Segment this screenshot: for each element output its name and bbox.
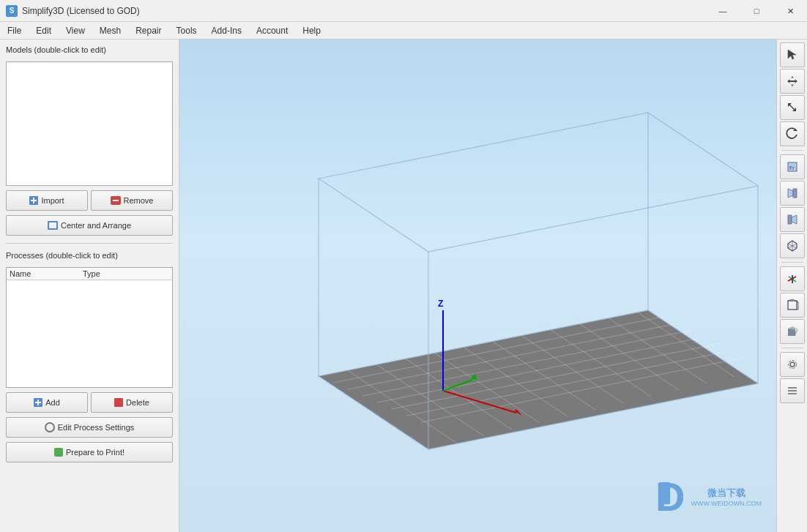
wireframe-icon [786,299,799,312]
right-toolbar: Fr [776,40,807,532]
toolbar-separator-1 [781,150,803,151]
toolbar-separator-2 [781,262,803,263]
arrange-icon [48,221,58,230]
view-front-button[interactable]: Fr [780,154,805,179]
view-persp2-icon [786,213,799,226]
rotate-icon [786,127,799,141]
close-button[interactable]: ✕ [773,0,807,22]
svg-text:Z: Z [438,299,443,309]
select-icon [786,48,799,61]
menu-bar: File Edit View Mesh Repair Tools Add-Ins… [0,22,807,40]
view-persp2-button[interactable] [780,207,805,232]
menu-repair[interactable]: Repair [128,22,168,39]
view-persp1-icon [786,187,799,200]
add-icon [34,398,42,407]
minimize-button[interactable]: — [706,0,740,22]
view-persp1-button[interactable] [780,181,805,206]
models-btn-row: Import Remove [6,190,173,211]
processes-list[interactable]: Name Type [6,267,173,388]
layers-tool-button[interactable] [780,378,805,403]
col-name-header: Name [10,269,83,278]
solid-view-icon [786,325,799,338]
models-list[interactable] [6,61,173,186]
add-process-button[interactable]: Add [6,392,88,413]
svg-rect-40 [788,215,792,224]
axis-icon [786,272,799,285]
settings-gear-icon [786,358,799,371]
svg-rect-39 [793,189,797,198]
scale-icon [786,101,799,114]
view-persp3-button[interactable] [780,233,805,258]
solid-view-button[interactable] [780,319,805,344]
svg-marker-24 [319,113,758,252]
processes-btn-row: Add Delete [6,392,173,413]
maximize-button[interactable]: □ [740,0,773,22]
svg-text:Fr: Fr [789,165,795,171]
select-tool-button[interactable] [780,42,805,67]
svg-point-60 [788,361,796,369]
toolbar-separator-3 [781,348,803,348]
menu-account[interactable]: Account [249,22,295,39]
menu-help[interactable]: Help [295,22,328,39]
move-tool-button[interactable] [780,69,805,94]
wireframe-button[interactable] [780,293,805,318]
window-controls: — □ ✕ [706,0,807,22]
import-icon [29,196,38,205]
watermark-i-bar [658,482,670,504]
print-icon [54,448,63,457]
viewport[interactable]: Z D 微当下载 WWW.WEIDOWN.COM [179,40,776,532]
svg-point-49 [791,278,793,280]
menu-file[interactable]: File [0,22,29,39]
models-section-label: Models (double-click to edit) [6,45,173,54]
watermark-url: WWW.WEIDOWN.COM [691,500,762,507]
watermark: D 微当下载 WWW.WEIDOWN.COM [655,476,762,517]
axis-button[interactable] [780,266,805,291]
wireframe-scene: Z [223,61,773,486]
viewport-3d: Z D 微当下载 WWW.WEIDOWN.COM [179,40,776,532]
edit-process-settings-button[interactable]: Edit Process Settings [6,417,173,438]
settings-tool-button[interactable] [780,352,805,377]
layers-icon [786,384,799,397]
remove-button[interactable]: Remove [91,190,173,211]
svg-marker-41 [792,215,797,224]
title-bar: S Simplify3D (Licensed to GOD) — □ ✕ [0,0,807,22]
view-persp3-icon [786,239,799,252]
move-icon [786,75,799,88]
left-panel: Models (double-click to edit) Import Rem… [0,40,179,532]
main-layout: Models (double-click to edit) Import Rem… [0,40,807,532]
delete-icon [114,398,123,407]
prepare-to-print-button[interactable]: Prepare to Print! [6,442,173,462]
delete-process-button[interactable]: Delete [91,392,173,413]
menu-view[interactable]: View [59,22,92,39]
svg-point-59 [790,362,795,367]
app-icon: S [6,5,18,17]
app-title: Simplify3D (Licensed to GOD) [22,6,140,16]
rotate-tool-button[interactable] [780,121,805,146]
scale-tool-button[interactable] [780,95,805,120]
svg-marker-38 [788,189,793,198]
center-arrange-button[interactable]: Center and Arrange [6,215,173,236]
watermark-chinese: 微当下载 [707,487,745,500]
import-button[interactable]: Import [6,190,88,211]
remove-icon [111,196,121,205]
view-front-icon: Fr [786,160,799,173]
watermark-text-block: 微当下载 WWW.WEIDOWN.COM [691,487,762,507]
col-type-header: Type [83,269,169,278]
menu-edit[interactable]: Edit [29,22,59,39]
menu-addins[interactable]: Add-Ins [204,22,249,39]
settings-icon [45,422,55,432]
menu-tools[interactable]: Tools [169,22,204,39]
menu-mesh[interactable]: Mesh [92,22,128,39]
svg-rect-50 [788,301,797,310]
processes-header: Name Type [7,268,172,280]
section-divider [6,243,173,244]
processes-section-label: Processes (double-click to edit) [6,251,173,260]
